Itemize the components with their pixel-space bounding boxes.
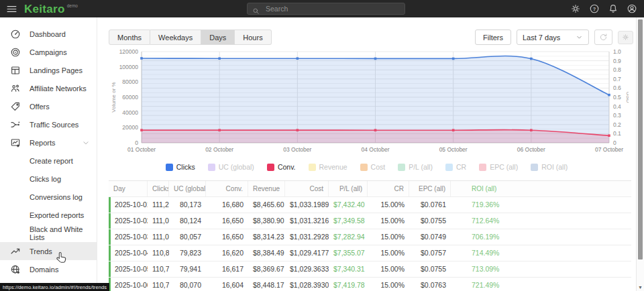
table-cell: 15.00% (368, 261, 409, 277)
table-cell: 110,80 (148, 245, 169, 261)
legend-item-clicks[interactable]: Clicks (166, 163, 195, 171)
svg-text:0.1: 0.1 (613, 130, 621, 137)
svg-text:80000: 80000 (122, 78, 138, 85)
search-input[interactable] (264, 4, 400, 13)
table-cell: $0.0755 (409, 213, 451, 229)
sidebar-item-dashboard[interactable]: Dashboard (0, 25, 97, 43)
scrollbar-down-arrow[interactable]: ▼ (637, 285, 644, 290)
chevron-down-icon (576, 34, 583, 41)
sidebar-item-label: Exported reports (30, 211, 84, 219)
tab-hours[interactable]: Hours (235, 30, 271, 45)
table-cell: 706.19% (451, 229, 631, 245)
column-header-conv-[interactable]: Conv. (206, 181, 248, 196)
column-header-uc-global-[interactable]: UC (global) (169, 181, 206, 196)
sidebar-item-affiliate-networks[interactable]: Affiliate Networks (0, 79, 97, 97)
legend-swatch (398, 164, 405, 171)
dashboard-icon (10, 29, 21, 40)
sidebar-item-label: Create report (30, 157, 73, 165)
column-header-clicks[interactable]: Clicks (148, 181, 169, 196)
refresh-button[interactable] (594, 30, 612, 45)
tab-weekdays[interactable]: Weekdays (150, 30, 201, 45)
column-header-cr[interactable]: CR (368, 181, 409, 196)
trends-table: DayClicksUC (global)Conv.RevenueCostP/L … (109, 180, 631, 291)
app-logo: Keitaro (24, 3, 65, 15)
tab-months[interactable]: Months (109, 30, 150, 45)
account-icon[interactable] (627, 3, 637, 14)
table-cell: 16,620 (206, 245, 248, 261)
chart-legend: ClicksUC (global)Conv.RevenueCostP/L (al… (97, 161, 636, 173)
column-header-epc-all-[interactable]: EPC (all) (409, 181, 451, 196)
legend-swatch (166, 164, 173, 171)
legend-label: CR (456, 163, 466, 171)
sidebar-item-conversions-log[interactable]: Conversions log (0, 188, 97, 206)
sidebar-item-exported-reports[interactable]: Exported reports (0, 206, 97, 224)
sidebar-item-create-report[interactable]: Create report (0, 152, 97, 170)
table-cell: 16,650 (206, 213, 248, 229)
sidebar-item-traffic-sources[interactable]: Traffic Sources (0, 115, 97, 133)
sidebar-item-black-and-white-lists[interactable]: Black and White Lists (0, 224, 97, 242)
hamburger-menu-icon[interactable] (6, 3, 17, 15)
sidebar-item-landings-pages[interactable]: Landings Pages (0, 61, 97, 79)
table-row: 2025-10-03111,0080,05716,650$8,314.23$1,… (109, 229, 631, 245)
global-search[interactable] (247, 3, 405, 15)
svg-text:USD: USD (625, 92, 629, 103)
sidebar-item-offers[interactable]: Offers (0, 97, 97, 115)
legend-label: UC (global) (219, 163, 254, 171)
table-cell: $0.0757 (409, 245, 451, 261)
legend-item-cr[interactable]: CR (445, 163, 466, 171)
table-cell: 15.00% (368, 197, 409, 213)
logo-demo-badge: demo (67, 3, 78, 8)
app-window: Keitaro demo ? DashboardCampaignsLanding… (0, 0, 644, 291)
legend-swatch (479, 164, 486, 171)
sidebar-item-domains[interactable]: Domains (0, 260, 97, 278)
table-cell: $0.0749 (409, 229, 451, 245)
legend-label: Conv. (278, 163, 296, 171)
tab-days[interactable]: Days (201, 30, 235, 45)
settings-gear-icon[interactable] (570, 3, 581, 14)
trends-icon (10, 246, 21, 257)
svg-text:03 October: 03 October (283, 146, 311, 153)
sidebar-item-trends[interactable]: Trends (0, 242, 97, 260)
toolbar-right: Filters Last 7 days (475, 30, 633, 45)
scrollbar-thumb[interactable] (638, 19, 643, 259)
legend-item-p-l-all-[interactable]: P/L (all) (398, 163, 433, 171)
svg-text:0.5: 0.5 (613, 94, 621, 101)
legend-label: EPC (all) (490, 163, 518, 171)
legend-item-roi-all-[interactable]: ROI (all) (531, 163, 568, 171)
legend-item-epc-all-[interactable]: EPC (all) (479, 163, 518, 171)
affiliate-networks-icon (10, 83, 21, 94)
sidebar-item-label: Landings Pages (30, 66, 83, 74)
sidebar-item-reports[interactable]: Reports (0, 133, 97, 152)
svg-text:60000: 60000 (122, 94, 138, 101)
table-cell: 15.00% (368, 229, 409, 245)
legend-item-uc-global-[interactable]: UC (global) (208, 163, 254, 171)
notifications-bell-icon[interactable] (608, 3, 619, 14)
table-cell: 111,00 (148, 229, 169, 245)
sidebar-item-label: Trends (30, 247, 52, 255)
sidebar-item-clicks-log[interactable]: Clicks log (0, 170, 97, 188)
filters-button[interactable]: Filters (475, 30, 511, 45)
sidebar-item-campaigns[interactable]: Campaigns (0, 43, 97, 61)
legend-item-revenue[interactable]: Revenue (309, 163, 347, 171)
column-header-p-l-all-[interactable]: P/L (all) (329, 181, 368, 196)
help-icon[interactable]: ? (589, 3, 600, 14)
svg-text:0: 0 (613, 139, 616, 146)
domains-icon (10, 264, 21, 275)
table-cell: $7,419.78 (329, 278, 368, 291)
table-cell: 80,173 (169, 197, 206, 213)
column-header-roi-all-[interactable]: ROI (all) (451, 181, 631, 196)
svg-text:0.9: 0.9 (613, 58, 621, 64)
chart-settings-button[interactable] (618, 31, 633, 44)
column-header-day[interactable]: Day (109, 181, 148, 196)
legend-item-conv-[interactable]: Conv. (267, 163, 296, 171)
legend-item-cost[interactable]: Cost (360, 163, 386, 171)
table-row: 2025-10-05110,7979,94116,617$8,369.67$1,… (109, 261, 631, 278)
column-header-revenue[interactable]: Revenue (248, 181, 285, 196)
legend-swatch (267, 164, 274, 171)
column-header-cost[interactable]: Cost (285, 181, 329, 196)
legend-swatch (208, 164, 215, 171)
date-range-select[interactable]: Last 7 days (517, 30, 589, 45)
svg-text:02 October: 02 October (205, 146, 233, 153)
table-row: 2025-10-04110,8079,82316,620$8,384.49$1,… (109, 245, 631, 261)
legend-swatch (360, 164, 368, 171)
